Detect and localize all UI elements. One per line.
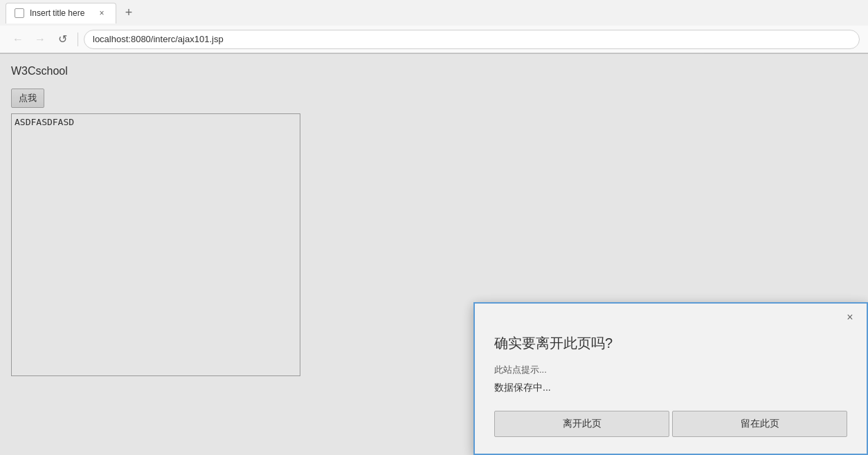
dialog-subtitle: 此站点提示... xyxy=(494,364,847,376)
stay-page-button[interactable]: 留在此页 xyxy=(672,411,847,437)
leave-page-dialog: × 确实要离开此页吗? 此站点提示... 数据保存中... 离开此页 留在此页 xyxy=(473,302,868,455)
dialog-message: 数据保存中... xyxy=(494,382,847,394)
tab-bar: Insert title here × + xyxy=(0,0,868,26)
dialog-actions: 离开此页 留在此页 xyxy=(494,411,847,437)
tab-title: Insert title here xyxy=(30,8,91,18)
dialog-close-button[interactable]: × xyxy=(842,309,858,326)
site-title: W3Cschool xyxy=(11,65,857,77)
tab-favicon xyxy=(15,8,24,18)
browser-chrome: Insert title here × + ← → ↺ xyxy=(0,0,868,54)
leave-page-button[interactable]: 离开此页 xyxy=(494,411,669,437)
content-textarea[interactable]: ASDFASDFASD xyxy=(11,113,300,376)
click-me-button[interactable]: 点我 xyxy=(11,89,44,108)
dialog-body: 确实要离开此页吗? 此站点提示... 数据保存中... 离开此页 留在此页 xyxy=(475,326,867,454)
toolbar-separator xyxy=(78,32,78,46)
dialog-header: × xyxy=(475,304,867,326)
toolbar: ← → ↺ xyxy=(0,26,868,53)
back-button[interactable]: ← xyxy=(8,30,28,49)
forward-button[interactable]: → xyxy=(30,30,50,49)
dialog-question: 确实要离开此页吗? xyxy=(494,334,847,353)
tab-close-button[interactable]: × xyxy=(96,8,107,19)
reload-button[interactable]: ↺ xyxy=(53,30,72,49)
address-bar[interactable] xyxy=(84,30,860,49)
active-tab[interactable]: Insert title here × xyxy=(6,3,116,24)
new-tab-button[interactable]: + xyxy=(119,3,138,23)
